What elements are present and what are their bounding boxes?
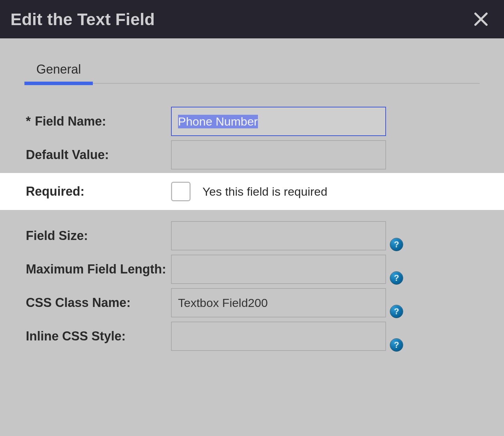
row-field-size: Field Size: ? <box>26 219 480 253</box>
label-field-size: Field Size: <box>26 228 171 243</box>
label-css-class: CSS Class Name: <box>26 295 171 310</box>
css-class-input[interactable] <box>171 288 386 317</box>
row-css-class: CSS Class Name: ? <box>26 286 480 320</box>
label-required: Required: <box>26 184 171 199</box>
max-length-input[interactable] <box>171 255 386 284</box>
close-icon[interactable] <box>471 9 491 29</box>
help-icon[interactable]: ? <box>390 238 403 251</box>
tab-bar: General <box>26 60 480 84</box>
label-field-name: * Field Name: <box>26 114 171 129</box>
label-default-value: Default Value: <box>26 148 171 162</box>
dialog-title: Edit the Text Field <box>10 10 155 29</box>
dialog-body: General * Field Name: Default Value: R <box>0 38 504 353</box>
label-inline-css: Inline CSS Style: <box>26 329 171 344</box>
help-icon[interactable]: ? <box>390 338 403 352</box>
tab-general[interactable]: General <box>26 60 91 83</box>
required-checkbox-label: Yes this field is required <box>202 185 327 198</box>
label-field-name-text: Field Name: <box>35 114 106 129</box>
field-name-input[interactable] <box>171 107 386 136</box>
default-value-input[interactable] <box>171 140 386 170</box>
row-default-value: Default Value: <box>26 138 480 172</box>
row-inline-css: Inline CSS Style: ? <box>26 320 480 353</box>
row-max-length: Maximum Field Length: ? <box>26 253 480 286</box>
field-size-input[interactable] <box>171 221 386 250</box>
help-icon[interactable]: ? <box>390 305 403 318</box>
form: * Field Name: Default Value: Required: Y… <box>26 105 480 353</box>
row-field-name: * Field Name: <box>26 105 480 138</box>
required-asterisk: * <box>26 114 31 129</box>
inline-css-input[interactable] <box>171 322 386 351</box>
label-max-length: Maximum Field Length: <box>26 262 171 277</box>
required-checkbox[interactable] <box>171 182 191 201</box>
dialog-header: Edit the Text Field <box>0 0 504 38</box>
row-required: Required: Yes this field is required <box>0 173 504 210</box>
help-icon[interactable]: ? <box>390 271 403 285</box>
